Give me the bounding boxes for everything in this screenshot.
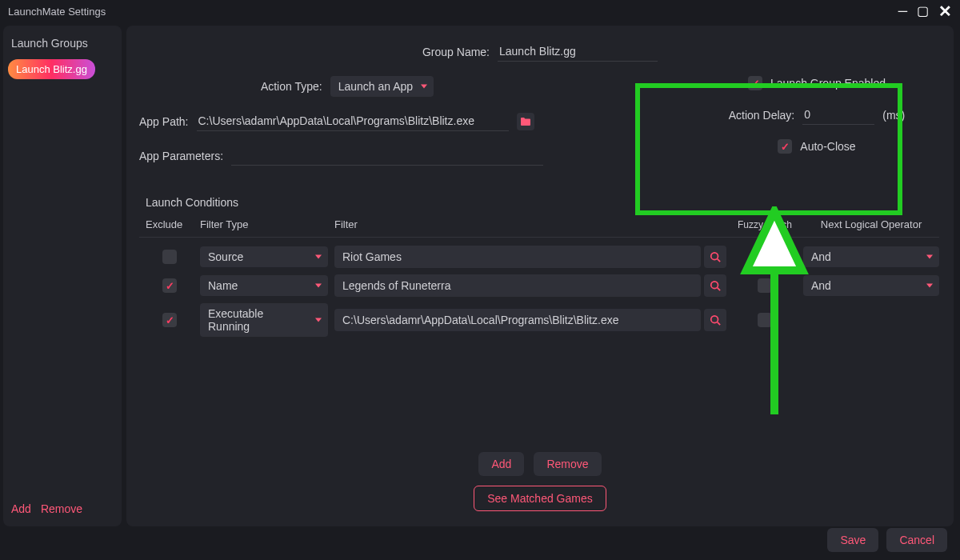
autoclose-checkbox[interactable] <box>778 139 792 154</box>
window-controls: ─ ▢ ✕ <box>898 3 952 19</box>
enabled-checkbox[interactable] <box>748 76 762 90</box>
app-params-label: App Parameters: <box>139 150 223 162</box>
svg-point-2 <box>711 282 718 289</box>
cancel-button[interactable]: Cancel <box>886 528 947 552</box>
col-filter-type: Filter Type <box>200 218 328 230</box>
search-icon[interactable] <box>704 246 726 268</box>
save-button[interactable]: Save <box>827 528 878 552</box>
folder-icon[interactable] <box>517 113 534 130</box>
sidebar-header: Launch Groups <box>8 30 117 59</box>
minimize-icon[interactable]: ─ <box>898 5 907 18</box>
action-type-label: Action Type: <box>261 80 322 93</box>
window-title: LaunchMate Settings <box>8 6 106 18</box>
sidebar-item-launch-blitz[interactable]: Launch Blitz.gg <box>8 59 95 79</box>
table-row: Name And <box>139 271 939 300</box>
sidebar-add-button[interactable]: Add <box>11 502 31 515</box>
maximize-icon[interactable]: ▢ <box>917 5 929 18</box>
exclude-checkbox[interactable] <box>162 250 177 264</box>
conditions-table: Exclude Filter Type Filter Fuzzy Match N… <box>139 215 939 340</box>
conditions-add-button[interactable]: Add <box>478 452 524 476</box>
sidebar-item-label: Launch Blitz.gg <box>16 63 87 75</box>
conditions-title: Launch Conditions <box>146 196 941 209</box>
close-icon[interactable]: ✕ <box>938 3 952 19</box>
action-delay-label: Action Delay: <box>729 109 794 122</box>
group-name-label: Group Name: <box>422 46 490 58</box>
fuzzy-checkbox[interactable] <box>758 313 772 327</box>
see-matched-button[interactable]: See Matched Games <box>474 486 606 511</box>
col-next-op: Next Logical Operator <box>803 218 939 230</box>
action-delay-input[interactable] <box>802 105 874 125</box>
svg-line-1 <box>718 259 721 262</box>
action-type-value: Launch an App <box>338 80 413 93</box>
search-icon[interactable] <box>704 274 726 297</box>
col-fuzzy: Fuzzy Match <box>733 219 797 230</box>
fuzzy-checkbox[interactable] <box>758 278 772 293</box>
sidebar-remove-button[interactable]: Remove <box>41 502 82 515</box>
svg-point-4 <box>711 316 718 323</box>
col-filter: Filter <box>334 218 726 230</box>
autoclose-label: Auto-Close <box>800 140 855 153</box>
table-row: Source And <box>139 242 939 271</box>
action-type-select[interactable]: Launch an App <box>330 76 434 97</box>
enabled-label: Launch Group Enabled <box>770 77 886 90</box>
svg-point-0 <box>711 253 718 260</box>
action-delay-unit: (ms) <box>882 109 905 122</box>
table-row: Executable Running <box>139 300 939 340</box>
footer: Save Cancel <box>0 520 960 560</box>
exclude-checkbox[interactable] <box>162 313 177 327</box>
conditions-remove-button[interactable]: Remove <box>534 452 601 476</box>
search-icon[interactable] <box>704 309 726 331</box>
filter-input[interactable] <box>334 309 701 331</box>
svg-line-3 <box>718 288 721 291</box>
main-panel: Group Name: Action Type: Launch an App A… <box>126 26 954 526</box>
filter-type-select[interactable]: Source <box>200 246 328 267</box>
filter-type-select[interactable]: Name <box>200 275 328 296</box>
group-name-input[interactable] <box>498 42 658 62</box>
exclude-checkbox[interactable] <box>162 278 177 293</box>
app-params-input[interactable] <box>231 146 543 166</box>
svg-line-5 <box>718 322 721 326</box>
fuzzy-checkbox[interactable] <box>758 250 772 264</box>
next-op-select[interactable]: And <box>803 246 939 267</box>
col-exclude: Exclude <box>146 218 194 230</box>
filter-input[interactable] <box>334 274 701 297</box>
titlebar: LaunchMate Settings ─ ▢ ✕ <box>0 0 960 22</box>
sidebar: Launch Groups Launch Blitz.gg Add Remove <box>3 26 122 526</box>
filter-input[interactable] <box>334 246 701 268</box>
filter-type-select[interactable]: Executable Running <box>200 303 328 337</box>
next-op-select[interactable]: And <box>803 275 939 296</box>
app-path-input[interactable] <box>197 111 509 131</box>
app-path-label: App Path: <box>139 115 189 128</box>
